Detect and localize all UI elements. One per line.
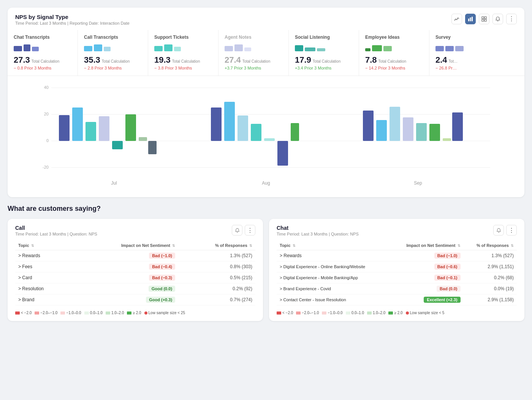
- signal-employee-change: − 14.2 Prior 3 Months: [365, 66, 423, 70]
- svg-text:40: 40: [44, 85, 49, 90]
- chat-table-card: Chat Time Period: Last 3 Months | Questi…: [269, 219, 524, 321]
- svg-rect-38: [443, 138, 451, 141]
- signal-card-call: Call Transcripts 35.3Total Calculation −…: [78, 30, 148, 76]
- chat-more-button[interactable]: ⋮: [506, 225, 517, 236]
- chat-row-contact-center: > Contact Center - Issue Resolution Exce…: [277, 294, 517, 305]
- legend-color-6: [127, 311, 131, 315]
- call-bell-button[interactable]: [232, 225, 242, 236]
- legend-color-3: [60, 311, 65, 315]
- call-row-brand: > Brand Good (+0.3) 0.7% (274): [15, 294, 255, 305]
- signal-support-title: Support Tickets: [154, 35, 212, 40]
- signal-chat-change: − 0.8 Prior 3 Months: [14, 66, 71, 70]
- call-table-card: Call Time Period: Last 3 Months | Questi…: [8, 219, 263, 321]
- svg-rect-27: [251, 124, 261, 141]
- line-chart-button[interactable]: [451, 14, 462, 24]
- sentiment-badge: Bad (−0.3): [149, 275, 175, 281]
- chat-col-sentiment: Impact on Net Sentiment ⇅: [390, 241, 464, 250]
- call-col-responses: % of Responses ⇅: [178, 241, 255, 250]
- svg-rect-33: [376, 120, 387, 141]
- chat-table: Topic ⇅ Impact on Net Sentiment ⇅ % of R…: [277, 241, 517, 305]
- svg-text:0: 0: [46, 138, 49, 143]
- svg-rect-19: [112, 141, 123, 149]
- legend-color-4: [84, 311, 89, 315]
- call-header-icons: ⋮: [232, 225, 255, 236]
- call-more-button[interactable]: ⋮: [245, 225, 255, 236]
- call-row-fees: > Fees Bad (−0.4) 0.8% (303): [15, 261, 255, 272]
- svg-rect-15: [59, 115, 70, 141]
- svg-rect-32: [363, 111, 374, 141]
- card-title: NPS by Signal Type: [15, 14, 130, 20]
- legend-color-1: [277, 311, 281, 315]
- chat-row-digital-mobile: > Digital Experience - Mobile Banking/Ap…: [277, 272, 517, 283]
- chat-card-header: Chat Time Period: Last 3 Months | Questi…: [277, 225, 517, 236]
- chat-card-title: Chat: [277, 225, 359, 231]
- legend-color-5: [106, 311, 110, 315]
- low-sample-label: Low sample size < 25: [149, 311, 185, 315]
- signal-support-value: 19.3: [154, 55, 171, 65]
- signal-agent-change: +3.7 Prior 3 Months: [225, 66, 282, 70]
- signal-employee-bars: [365, 43, 423, 51]
- svg-rect-35: [403, 117, 413, 141]
- signal-agent-bars: [225, 43, 282, 51]
- signal-social-change: +3.4 Prior 3 Months: [295, 66, 353, 70]
- signal-survey-value: 2.4: [435, 55, 447, 65]
- grid-button[interactable]: [479, 14, 489, 24]
- signal-chat-value: 27.3: [14, 55, 30, 65]
- signal-agent-value: 27.4: [225, 55, 241, 65]
- signal-call-change: − 2.8 Prior 3 Months: [84, 66, 142, 70]
- svg-rect-6: [484, 19, 486, 21]
- call-row-rewards: > Rewards Bad (−1.0) 1.3% (527): [15, 250, 255, 261]
- chat-row-brand-covid: > Brand Experience - Covid Bad (0.0) 0.0…: [277, 283, 517, 294]
- low-sample-dot: [144, 311, 147, 315]
- svg-rect-22: [148, 141, 157, 154]
- bell-button[interactable]: [492, 14, 503, 24]
- bar-chart-button[interactable]: [465, 14, 476, 24]
- svg-rect-3: [482, 17, 484, 19]
- svg-text:Aug: Aug: [262, 180, 270, 186]
- svg-rect-37: [429, 124, 440, 141]
- chat-bell-button[interactable]: [493, 225, 504, 236]
- signal-employee-title: Employee Ideas: [365, 35, 423, 40]
- bottom-section: What are customers saying? Call Time Per…: [8, 205, 524, 321]
- chat-row-rewards: > Rewards Bad (−1.0) 1.3% (527): [277, 250, 517, 261]
- sentiment-badge: Bad (−1.0): [149, 253, 175, 259]
- signal-call-title: Call Transcripts: [84, 35, 142, 40]
- bar-chart-svg: 40 20 0 -20: [18, 82, 514, 188]
- two-column-layout: Call Time Period: Last 3 Months | Questi…: [8, 219, 524, 321]
- svg-rect-5: [482, 19, 484, 21]
- svg-rect-28: [264, 138, 275, 141]
- svg-rect-4: [484, 17, 486, 19]
- signal-call-bars: [84, 43, 142, 51]
- sentiment-badge: Bad (0.0): [437, 286, 460, 292]
- signal-card-agent: Agent Notes 27.4Total Calculation +3.7 P…: [218, 30, 289, 76]
- svg-rect-0: [468, 19, 469, 21]
- signal-social-value: 17.9: [295, 55, 311, 65]
- sentiment-badge: Good (0.0): [149, 286, 175, 292]
- svg-rect-17: [86, 122, 96, 141]
- call-legend: < −2.0 −2.0–−1.0 −1.0–0.0 0.0–1.0 1.0–2.…: [15, 311, 255, 315]
- signal-social-bars: [295, 43, 353, 51]
- sentiment-badge: Bad (−0.1): [434, 275, 461, 281]
- svg-rect-36: [416, 123, 427, 141]
- call-col-topic: Topic ⇅: [15, 241, 71, 250]
- more-button[interactable]: ⋮: [506, 14, 517, 24]
- signal-cards-row: Chat Transcripts 27.3Total Calculation −…: [8, 30, 524, 76]
- signal-card-survey: Survey 2.4Tot… − 26.8 Pr…: [429, 30, 475, 76]
- signal-card-chat: Chat Transcripts 27.3Total Calculation −…: [8, 30, 78, 76]
- svg-rect-1: [470, 17, 471, 21]
- svg-rect-39: [452, 112, 463, 141]
- chat-legend: < −2.0 −2.0–−1.0 −1.0–0.0 0.0–1.0 1.0–2.…: [277, 311, 517, 315]
- legend-color-6: [388, 311, 393, 315]
- svg-rect-29: [277, 141, 288, 166]
- svg-rect-34: [390, 107, 400, 141]
- svg-rect-26: [238, 115, 248, 141]
- svg-text:Sep: Sep: [414, 180, 422, 186]
- svg-text:-20: -20: [43, 165, 49, 169]
- signal-survey-change: − 26.8 Pr…: [435, 66, 469, 70]
- call-card-header: Call Time Period: Last 3 Months | Questi…: [15, 225, 255, 236]
- section-title: What are customers saying?: [8, 205, 524, 213]
- svg-rect-16: [72, 108, 83, 141]
- legend-color-5: [367, 311, 372, 315]
- chat-col-responses: % of Responses ⇅: [464, 241, 517, 250]
- chat-card-subtitle: Time Period: Last 3 Months | Question: N…: [277, 232, 359, 236]
